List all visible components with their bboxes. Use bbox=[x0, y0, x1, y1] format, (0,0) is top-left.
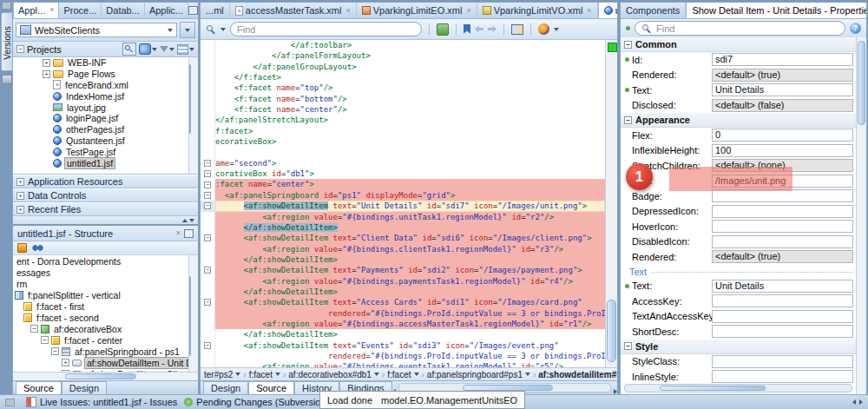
breadcrumb-item[interactable]: af:showdetailitem#sdi7 bbox=[538, 370, 617, 379]
navigator-tab-3[interactable]: Applic... bbox=[145, 3, 188, 18]
gutter-cell[interactable]: − bbox=[201, 340, 214, 351]
properties-tab-0[interactable]: Components bbox=[621, 3, 686, 18]
collapse-icon[interactable]: − bbox=[16, 45, 24, 53]
code-line[interactable]: <af:showDetailItem text="Access Cards" i… bbox=[215, 297, 605, 307]
code-line[interactable]: </af:panelStretchLayout> bbox=[215, 115, 605, 125]
code-line[interactable]: f:facet> bbox=[215, 126, 605, 136]
gutter-cell[interactable]: − bbox=[201, 190, 214, 201]
code-line[interactable]: rendered="#{bindings.ProId.inputValue ==… bbox=[215, 351, 605, 361]
close-icon[interactable]: × bbox=[49, 6, 54, 14]
property-value[interactable] bbox=[712, 355, 853, 368]
accordion-1[interactable]: +Data Controls bbox=[13, 188, 198, 202]
tree-item[interactable]: layout.jpg bbox=[13, 102, 198, 113]
editor-bottom-tab-1[interactable]: Source bbox=[248, 381, 294, 394]
fold-icon[interactable]: − bbox=[204, 202, 211, 209]
binoculars-icon[interactable] bbox=[32, 244, 43, 252]
properties-tab-1[interactable]: Show Detail Item - Unit Details - Proper… bbox=[686, 3, 866, 18]
structure-item[interactable]: ent - Dorra Developments bbox=[13, 255, 198, 267]
tree-item[interactable]: TestPage.jsf bbox=[13, 146, 198, 157]
chevron-down-icon[interactable] bbox=[275, 373, 280, 376]
expander-icon[interactable]: + bbox=[62, 359, 69, 366]
scrollbar-thumb[interactable] bbox=[189, 276, 191, 356]
gutter-cell[interactable]: − bbox=[201, 168, 214, 179]
property-value[interactable]: 0 bbox=[712, 129, 853, 142]
expander-icon[interactable]: − bbox=[30, 325, 38, 333]
tree-item[interactable]: +Page Flows bbox=[13, 69, 198, 80]
compare-window-icon[interactable] bbox=[511, 24, 523, 35]
breadcrumb-item[interactable]: f:facet bbox=[249, 370, 273, 379]
property-section-header[interactable]: −Appearance bbox=[621, 113, 857, 128]
fold-icon[interactable]: − bbox=[204, 234, 211, 241]
fold-icon[interactable]: − bbox=[204, 170, 211, 177]
properties-scrollbar[interactable] bbox=[856, 37, 866, 394]
scroll-up-icon[interactable] bbox=[182, 219, 187, 222]
expander-icon[interactable]: − bbox=[41, 336, 49, 344]
expander-icon[interactable]: + bbox=[43, 59, 50, 67]
code-line[interactable]: <af:showDetailItem text="Payments" id="s… bbox=[215, 265, 605, 275]
property-value[interactable]: <default> (false) bbox=[712, 99, 853, 112]
bookmark-icon[interactable] bbox=[464, 24, 470, 34]
collapse-left-icon[interactable] bbox=[852, 399, 856, 405]
navigator-tab-2[interactable]: Datab... bbox=[102, 3, 145, 18]
fold-icon[interactable]: − bbox=[204, 160, 211, 167]
application-combo[interactable]: WebSiteClients bbox=[16, 23, 177, 37]
tree-item[interactable]: +WEB-INF bbox=[13, 57, 198, 69]
code-line[interactable] bbox=[215, 147, 605, 157]
property-section-header[interactable]: −Style bbox=[621, 340, 857, 354]
property-value[interactable]: Unit Details bbox=[712, 83, 853, 96]
search-icon[interactable] bbox=[122, 43, 136, 56]
code-line[interactable]: <af:panelSpringboard id="ps1" displayMod… bbox=[215, 190, 605, 201]
code-line[interactable]: <f:facet name="bottom"/> bbox=[215, 94, 605, 104]
help-icon[interactable]: ? bbox=[850, 23, 861, 34]
code-line[interactable]: </af:showDetailItem> bbox=[215, 222, 605, 233]
code-line[interactable]: <af:showDetailItem text="Client Data" id… bbox=[215, 233, 605, 243]
collapse-icon[interactable]: − bbox=[624, 41, 632, 49]
tree-item[interactable]: fenceBrand.xml bbox=[13, 80, 198, 91]
structure-item[interactable]: −af:panelSpringboard - ps1 bbox=[13, 346, 198, 357]
browser-preview-icon[interactable] bbox=[538, 23, 549, 35]
fold-icon[interactable]: − bbox=[204, 181, 211, 188]
editor-tab-0[interactable]: ...ml bbox=[201, 3, 230, 18]
breadcrumb-item[interactable]: af:panelspringboard#ps1 bbox=[427, 370, 523, 379]
close-icon[interactable]: × bbox=[466, 7, 470, 15]
gutter-cell[interactable]: − bbox=[201, 179, 214, 189]
code-line[interactable]: <af:region value="#{bindings.clientTask1… bbox=[215, 244, 605, 254]
property-value[interactable] bbox=[712, 220, 853, 233]
structure-tree-scrollbar[interactable] bbox=[188, 255, 198, 372]
property-value[interactable]: <default> (none) bbox=[712, 159, 853, 172]
code-line[interactable]: </af:showDetailItem> bbox=[215, 329, 605, 340]
property-value[interactable] bbox=[712, 235, 853, 248]
scrollbar-thumb[interactable] bbox=[65, 373, 136, 379]
structure-item[interactable]: rm bbox=[13, 278, 198, 289]
chevron-down-icon[interactable] bbox=[374, 373, 379, 376]
application-menu-button[interactable] bbox=[180, 22, 195, 38]
code-line[interactable]: <af:region value="#{bindings.paymentsTas… bbox=[215, 276, 605, 287]
code-line[interactable]: <af:region value="#{bindings.accessMaste… bbox=[215, 319, 605, 329]
code-line[interactable]: </af:toolbar> bbox=[215, 40, 605, 50]
freeze-view-icon[interactable] bbox=[17, 243, 27, 253]
property-value[interactable] bbox=[712, 294, 853, 307]
tree-item[interactable]: IndexHome.jsf bbox=[13, 90, 198, 102]
find-input[interactable]: Find bbox=[230, 22, 422, 36]
editor-tab-3[interactable]: VparkingLimitVO.xml× bbox=[477, 3, 598, 18]
fold-icon[interactable]: − bbox=[204, 192, 211, 199]
structure-item[interactable]: f:facet - second bbox=[13, 312, 198, 323]
scrollbar-thumb[interactable] bbox=[607, 300, 616, 362]
chevron-down-icon[interactable] bbox=[220, 28, 226, 31]
property-value[interactable] bbox=[712, 205, 853, 218]
code-line[interactable]: <af:region value="#{bindings.unitTask1.r… bbox=[215, 212, 605, 222]
expander-icon[interactable]: − bbox=[51, 347, 59, 355]
search-icon[interactable] bbox=[206, 24, 216, 35]
editor-tab-1[interactable]: accessMasterTask.xml× bbox=[230, 3, 357, 18]
fold-icon[interactable]: − bbox=[204, 267, 211, 274]
gutter-cell[interactable]: − bbox=[201, 158, 214, 168]
scrollbar-thumb[interactable] bbox=[660, 386, 766, 391]
navigator-tab-0[interactable]: Appl...× bbox=[13, 3, 59, 18]
property-value[interactable]: /Images/unit.png bbox=[712, 175, 853, 188]
property-value[interactable] bbox=[712, 189, 853, 202]
collapse-right-icon[interactable] bbox=[859, 399, 863, 405]
minimize-icon[interactable] bbox=[184, 229, 194, 238]
collapse-icon[interactable]: − bbox=[624, 342, 632, 350]
filter-button[interactable] bbox=[160, 46, 174, 52]
tree-item[interactable]: otherPages.jsf bbox=[13, 124, 198, 135]
